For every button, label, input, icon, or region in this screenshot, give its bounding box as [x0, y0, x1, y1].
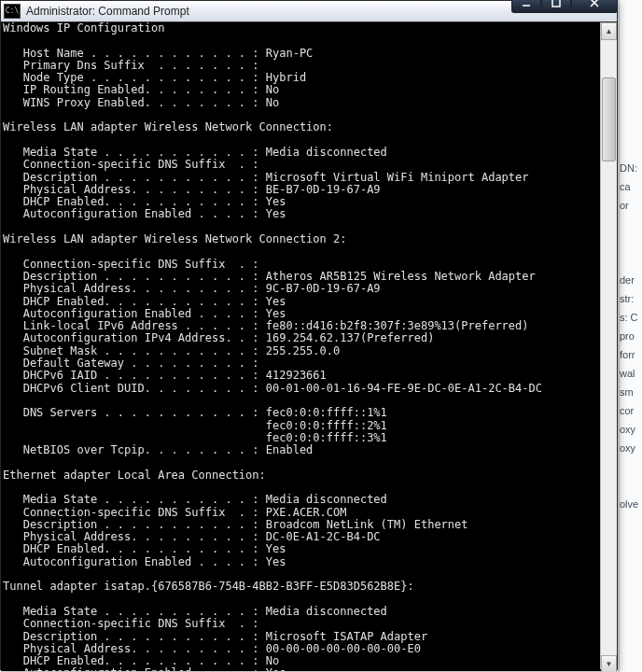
window-buttons [511, 0, 618, 13]
svg-rect-1 [552, 0, 560, 7]
console-client-area: Windows IP Configuration Host Name . . .… [1, 22, 617, 669]
cmd-icon: C:\ [4, 4, 21, 19]
close-button[interactable] [571, 0, 618, 13]
scroll-up-button[interactable]: ▲ [601, 22, 617, 40]
scroll-down-button[interactable]: ▼ [601, 655, 617, 672]
maximize-button[interactable] [541, 0, 571, 13]
scroll-track[interactable] [601, 40, 617, 655]
scroll-thumb[interactable] [602, 77, 616, 161]
console-output[interactable]: Windows IP Configuration Host Name . . .… [1, 22, 604, 671]
vertical-scrollbar[interactable]: ▲ ▼ [600, 22, 617, 669]
titlebar[interactable]: C:\ Administrator: Command Prompt [1, 1, 617, 22]
command-prompt-window: C:\ Administrator: Command Prompt Window… [0, 0, 618, 670]
background-page-snippet: DN: ca or der str: s: C pro forr wal sm … [619, 0, 642, 672]
minimize-button[interactable] [511, 0, 541, 13]
